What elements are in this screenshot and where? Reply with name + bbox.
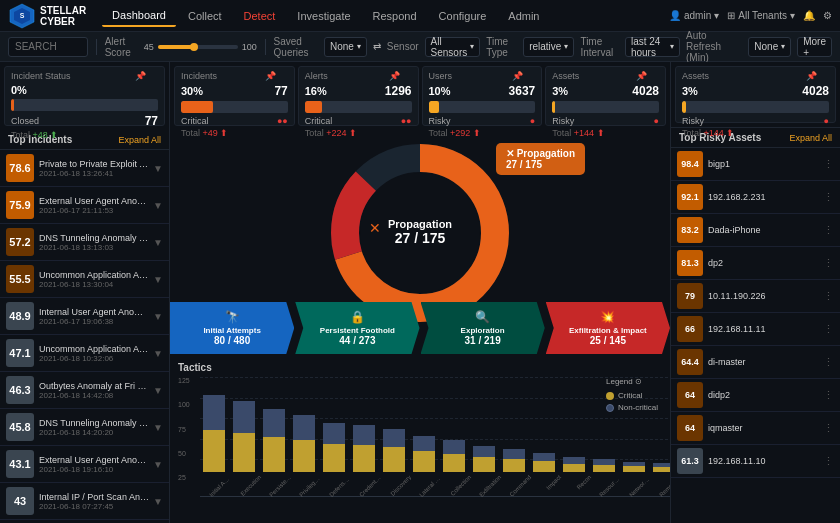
asset-menu-dots[interactable]: ⋮: [823, 455, 834, 468]
asset-score-val: 98.4: [681, 159, 699, 169]
assets-right-pin[interactable]: 📌: [806, 71, 817, 81]
incident-item[interactable]: 48.9 Internal User Agent Anomaly at Thu …: [0, 298, 169, 335]
incident-item[interactable]: 78.6 Private to Private Exploit Anomaly …: [0, 150, 169, 187]
assets-indicator: ●: [654, 116, 659, 126]
kc-persistent-foothold[interactable]: 🔒 Persistent Foothold 44 / 273: [295, 302, 419, 354]
saved-queries-dropdown[interactable]: None ▾: [324, 37, 367, 57]
incident-score: 55.5: [6, 265, 34, 293]
asset-item[interactable]: 92.1 192.168.2.231 ⋮: [671, 181, 840, 214]
alerts-indicator: ●●: [401, 116, 412, 126]
asset-menu-dots[interactable]: ⋮: [823, 158, 834, 171]
asset-item[interactable]: 64 iqmaster ⋮: [671, 412, 840, 445]
kc-initial-attempts[interactable]: 🔭 Initial Attempts 80 / 480: [170, 302, 294, 354]
saved-queries-label: Saved Queries: [274, 36, 318, 58]
incident-info: External User Agent Anomaly and 1 others…: [39, 455, 150, 474]
y-label-125: 125: [178, 377, 200, 384]
incident-item[interactable]: 75.9 External User Agent Anomaly and 15 …: [0, 187, 169, 224]
kc-exploration[interactable]: 🔍 Exploration 31 / 219: [421, 302, 545, 354]
incident-name: Uncommon Application Anomaly and 3 oth..…: [39, 344, 150, 354]
asset-menu-dots[interactable]: ⋮: [823, 257, 834, 270]
incident-item[interactable]: 57.2 DNS Tunneling Anomaly and 1 others …: [0, 224, 169, 261]
asset-score: 81.3: [677, 250, 703, 276]
bar-stack: [353, 425, 375, 472]
alert-score-slider[interactable]: [158, 45, 238, 49]
incident-info: Outbytes Anomaly at Fri Jun 18 2021 14:3…: [39, 381, 150, 400]
bar-critical: [353, 445, 375, 472]
incident-status-pin[interactable]: 📌: [135, 71, 146, 81]
asset-name: dp2: [708, 258, 823, 268]
nav-detect[interactable]: Detect: [234, 6, 286, 26]
asset-item[interactable]: 64.4 di-master ⋮: [671, 346, 840, 379]
time-type-dropdown[interactable]: relative ▾: [523, 37, 574, 57]
users-pin[interactable]: 📌: [512, 71, 523, 81]
incident-item[interactable]: 46.3 Outbytes Anomaly at Fri Jun 18 2021…: [0, 372, 169, 409]
incident-item[interactable]: 55.5 Uncommon Application Anomaly and 3 …: [0, 261, 169, 298]
alerts-pin[interactable]: 📌: [389, 71, 400, 81]
nav-right-actions: 👤 admin ▾ ⊞ All Tenants ▾ 🔔 ⚙: [669, 10, 832, 21]
incident-status-count: 77: [145, 114, 158, 128]
tenant-selector[interactable]: ⊞ All Tenants ▾: [727, 10, 795, 21]
nav-dashboard[interactable]: Dashboard: [102, 5, 176, 27]
asset-menu-dots[interactable]: ⋮: [823, 290, 834, 303]
filter-toggle-icon[interactable]: ⇄: [373, 41, 381, 52]
bar-group: Credential Acc.: [350, 377, 378, 480]
bar-group: Execution: [230, 377, 258, 480]
asset-score-val: 81.3: [681, 258, 699, 268]
asset-menu-dots[interactable]: ⋮: [823, 356, 834, 369]
sensor-dropdown[interactable]: All Sensors ▾: [425, 37, 481, 57]
asset-menu-dots[interactable]: ⋮: [823, 191, 834, 204]
asset-menu-dots[interactable]: ⋮: [823, 389, 834, 402]
y-label-50: 50: [178, 450, 200, 457]
asset-item[interactable]: 64 didp2 ⋮: [671, 379, 840, 412]
auto-refresh-label: Auto Refresh (Min): [686, 30, 742, 63]
bar-group: Command: [500, 377, 528, 480]
asset-item[interactable]: 79 10.11.190.226 ⋮: [671, 280, 840, 313]
asset-item[interactable]: 61.3 192.168.11.10 ⋮: [671, 445, 840, 478]
incident-status-label: Closed: [11, 116, 39, 126]
more-filters-button[interactable]: More +: [797, 37, 832, 57]
incident-time: 2021-06-18 13:26:41: [39, 169, 150, 178]
bar-critical: [473, 457, 495, 472]
incident-item[interactable]: 47.1 Uncommon Application Anomaly and 3 …: [0, 335, 169, 372]
incident-time: 2021-06-18 14:20:20: [39, 428, 150, 437]
asset-item[interactable]: 83.2 Dada-iPhone ⋮: [671, 214, 840, 247]
asset-item[interactable]: 66 192.168.11.11 ⋮: [671, 313, 840, 346]
incident-time: 2021-06-17 19:06:38: [39, 317, 150, 326]
asset-score: 64: [677, 382, 703, 408]
asset-name: 192.168.11.10: [708, 456, 823, 466]
asset-menu-dots[interactable]: ⋮: [823, 323, 834, 336]
nav-collect[interactable]: Collect: [178, 6, 232, 26]
bar-group: Exfiltration: [470, 377, 498, 480]
bar-critical: [233, 433, 255, 472]
exfiltration-count: 25 / 145: [590, 335, 626, 346]
time-interval-dropdown[interactable]: last 24 hours ▾: [625, 37, 680, 57]
settings-button[interactable]: ⚙: [823, 10, 832, 21]
incident-expand-icon: ▼: [153, 385, 163, 396]
nav-menu: Dashboard Collect Detect Investigate Res…: [102, 5, 669, 27]
assets-pin[interactable]: 📌: [636, 71, 647, 81]
incident-item[interactable]: 43.1 External User Agent Anomaly and 1 o…: [0, 446, 169, 483]
kc-exfiltration[interactable]: 💥 Exfiltration & Impact 25 / 145: [546, 302, 670, 354]
nav-investigate[interactable]: Investigate: [287, 6, 360, 26]
asset-item[interactable]: 81.3 dp2 ⋮: [671, 247, 840, 280]
saved-queries-icon: ▾: [357, 42, 361, 51]
user-menu[interactable]: 👤 admin ▾: [669, 10, 719, 21]
nav-respond[interactable]: Respond: [363, 6, 427, 26]
nav-admin[interactable]: Admin: [498, 6, 549, 26]
asset-score: 92.1: [677, 184, 703, 210]
notifications-button[interactable]: 🔔: [803, 10, 815, 21]
asset-menu-dots[interactable]: ⋮: [823, 224, 834, 237]
auto-refresh-dropdown[interactable]: None ▾: [748, 37, 791, 57]
asset-menu-dots[interactable]: ⋮: [823, 422, 834, 435]
nav-configure[interactable]: Configure: [429, 6, 497, 26]
incident-item[interactable]: 45.8 DNS Tunneling Anomaly at Fri Jun 18…: [0, 409, 169, 446]
incident-item[interactable]: 43 Internal IP / Port Scan Anomaly at Fr…: [0, 483, 169, 520]
incidents-pin[interactable]: 📌: [265, 71, 276, 81]
asset-item[interactable]: 98.4 bigp1 ⋮: [671, 148, 840, 181]
incidents-indicator: ●●: [277, 116, 288, 126]
search-input[interactable]: [8, 37, 88, 57]
time-type-label: Time Type: [486, 36, 517, 58]
bar-group: Privilege Esc.: [290, 377, 318, 480]
users-pct: 10%: [429, 85, 451, 97]
bar-label: Collection: [448, 474, 472, 498]
